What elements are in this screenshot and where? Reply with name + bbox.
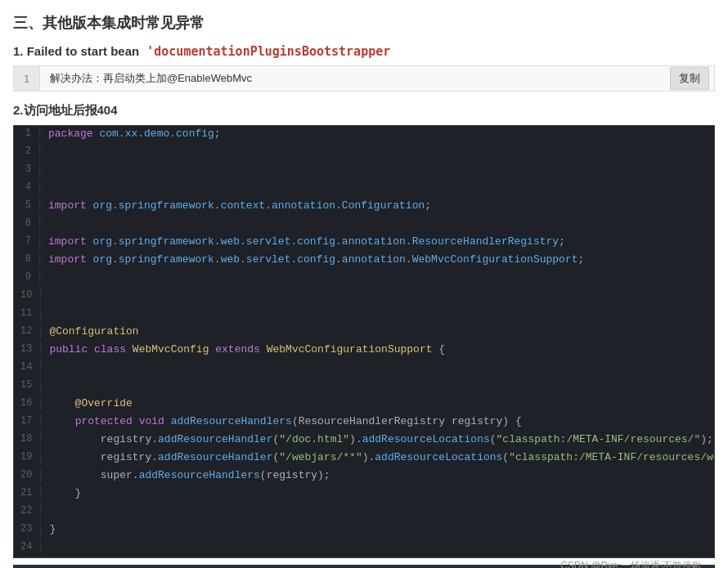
line-number: 6 bbox=[14, 216, 40, 230]
line-content: import org.springframework.web.servlet.c… bbox=[40, 252, 714, 267]
solution-block: 1 解决办法：再启动类上加@EnableWebMvc 复制 bbox=[13, 65, 715, 92]
line-number: 9 bbox=[14, 270, 40, 284]
line-number: 3 bbox=[14, 162, 40, 177]
code-line: 23} bbox=[14, 521, 714, 539]
line-number: 7 bbox=[14, 234, 40, 248]
code-line: 16 @Override bbox=[14, 396, 714, 414]
line-content: public class WebMvcConfig extends WebMvc… bbox=[41, 342, 714, 357]
code-line: 3 bbox=[14, 162, 714, 180]
code-line: 11 bbox=[14, 306, 714, 324]
line-content: } bbox=[41, 485, 714, 501]
line-content bbox=[41, 306, 714, 321]
subsection1-title-prefix: 1. Failed to start bean bbox=[13, 44, 139, 58]
code-line: 4 bbox=[14, 180, 714, 198]
code-line: 13public class WebMvcConfig extends WebM… bbox=[14, 342, 714, 360]
code-line: 17 protected void addResourceHandlers(Re… bbox=[14, 414, 714, 432]
line-number: 21 bbox=[14, 485, 41, 500]
copy-button[interactable]: 复制 bbox=[670, 67, 709, 90]
code-line: 24 bbox=[14, 539, 714, 557]
code-line: 7import org.springframework.web.servlet.… bbox=[14, 234, 714, 252]
line-content: @Configuration bbox=[41, 324, 714, 339]
line-number: 19 bbox=[14, 449, 41, 464]
line-content: } bbox=[41, 521, 714, 537]
code-line: 15 bbox=[14, 378, 714, 396]
code-line: 20 super.addResourceHandlers(registry); bbox=[14, 467, 714, 485]
solution-line-number: 1 bbox=[14, 66, 40, 91]
line-content bbox=[40, 162, 714, 177]
subsection1-title-suffix: 'documentationPluginsBootstrapper bbox=[139, 44, 390, 59]
code-line: 9 bbox=[14, 270, 714, 288]
line-number: 23 bbox=[14, 521, 41, 536]
code-line: 18 registry.addResourceHandler("/doc.htm… bbox=[14, 432, 714, 449]
line-number: 8 bbox=[14, 252, 40, 266]
code-line: 21 } bbox=[14, 485, 714, 503]
code-line: 14 bbox=[14, 360, 714, 378]
line-content bbox=[40, 144, 714, 159]
line-content: import org.springframework.web.servlet.c… bbox=[40, 234, 714, 249]
line-content bbox=[41, 360, 714, 375]
line-number: 18 bbox=[14, 432, 41, 446]
code-line: 6 bbox=[14, 216, 714, 234]
line-content bbox=[40, 216, 714, 231]
code-line: 5import org.springframework.context.anno… bbox=[14, 198, 714, 216]
page-wrapper: 三、其他版本集成时常见异常 1. Failed to start bean 'd… bbox=[13, 13, 715, 568]
code-line: 22 bbox=[14, 503, 714, 521]
solution-text: 解决办法：再启动类上加@EnableWebMvc bbox=[40, 66, 670, 91]
code-line: 19 registry.addResourceHandler("/webjars… bbox=[14, 449, 714, 467]
line-content bbox=[41, 288, 714, 303]
line-number: 22 bbox=[14, 503, 41, 518]
line-number: 14 bbox=[14, 360, 41, 374]
line-content: @Override bbox=[41, 396, 714, 411]
line-number: 16 bbox=[14, 396, 41, 410]
line-number: 1 bbox=[14, 126, 40, 141]
subsection2-title: 2.访问地址后报404 bbox=[13, 103, 715, 119]
section-title: 三、其他版本集成时常见异常 bbox=[13, 13, 715, 33]
line-content: protected void addResourceHandlers(Resou… bbox=[41, 414, 714, 429]
line-content: import org.springframework.context.annot… bbox=[40, 198, 714, 213]
code-block: 1package com.xx.demo.config;2 3 4 5impor… bbox=[13, 125, 715, 558]
subsection1-title: 1. Failed to start bean 'documentationPl… bbox=[13, 44, 715, 59]
line-number: 10 bbox=[14, 288, 41, 302]
line-content: package com.xx.demo.config; bbox=[40, 126, 714, 141]
line-number: 24 bbox=[14, 539, 41, 554]
line-content: super.addResourceHandlers(registry); bbox=[41, 467, 714, 483]
line-content: registry.addResourceHandler("/doc.html")… bbox=[41, 432, 715, 447]
line-number: 11 bbox=[14, 306, 41, 320]
line-number: 5 bbox=[14, 198, 40, 212]
line-content bbox=[41, 539, 714, 555]
line-content bbox=[41, 503, 714, 519]
line-content: registry.addResourceHandler("/webjars/**… bbox=[41, 449, 715, 465]
line-number: 17 bbox=[14, 414, 41, 428]
line-content bbox=[40, 270, 714, 285]
line-content bbox=[40, 180, 714, 195]
code-line: 1package com.xx.demo.config; bbox=[14, 126, 714, 144]
code-line: 10 bbox=[14, 288, 714, 306]
code-line: 8import org.springframework.web.servlet.… bbox=[14, 252, 714, 270]
line-number: 13 bbox=[14, 342, 41, 356]
watermark: CSDN @Bye.一场追逐·不曾停歇 bbox=[560, 559, 702, 568]
code-line: 2 bbox=[14, 144, 714, 162]
line-number: 12 bbox=[14, 324, 41, 338]
line-number: 4 bbox=[14, 180, 40, 195]
line-content bbox=[41, 378, 714, 393]
line-number: 20 bbox=[14, 467, 41, 482]
line-number: 2 bbox=[14, 144, 40, 159]
line-number: 15 bbox=[14, 378, 41, 392]
code-line: 12@Configuration bbox=[14, 324, 714, 342]
